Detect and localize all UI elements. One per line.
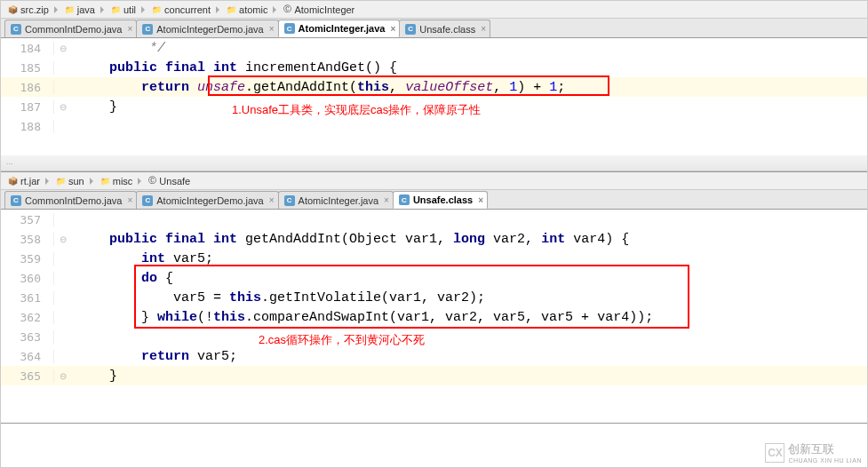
fold-handle[interactable]: ⊖ — [54, 44, 72, 53]
chevron-right-icon — [90, 178, 93, 185]
code-line[interactable]: 361 var5 = this.getIntVolatile(var1, var… — [1, 288, 867, 307]
java-file-icon: C — [142, 195, 153, 206]
close-icon[interactable]: × — [478, 195, 483, 205]
close-icon[interactable]: × — [269, 24, 275, 34]
java-file-icon: C — [284, 23, 295, 34]
watermark: CX 创新互联 CHUANG XIN HU LIAN — [765, 441, 862, 464]
code-line[interactable]: 357 — [1, 210, 867, 229]
breadcrumb-bottom: 📦rt.jar 📁sun 📁misc ⒸUnsafe — [1, 172, 867, 190]
tab-atomicintegerdemo[interactable]: CAtomicIntegerDemo.java× — [136, 191, 278, 209]
code-line[interactable]: 359 int var5; — [1, 249, 867, 268]
close-icon[interactable]: × — [269, 195, 275, 205]
class-file-icon: C — [405, 24, 416, 35]
code-line[interactable]: 188 — [1, 116, 867, 136]
java-file-icon: C — [284, 195, 295, 206]
folder-icon: 📁 — [100, 177, 110, 186]
bc-item[interactable]: ⒸUnsafe — [145, 173, 195, 189]
bc-item[interactable]: 📁sun — [52, 173, 90, 189]
line-number: 186 — [1, 81, 54, 94]
chevron-right-icon — [273, 6, 276, 13]
bc-item[interactable]: ⒸAtomicInteger — [280, 2, 360, 18]
chevron-right-icon — [100, 6, 104, 13]
chevron-right-icon — [141, 6, 145, 13]
code: return unsafe.getAndAddInt(this, valueOf… — [72, 80, 867, 95]
class-icon: Ⓒ — [148, 175, 156, 186]
bc-item[interactable]: 📁misc — [97, 173, 139, 189]
toolbar-stub: ··· — [1, 155, 867, 171]
bc-item[interactable]: 📁concurrent — [148, 2, 216, 18]
bottom-pane: 📦rt.jar 📁sun 📁misc ⒸUnsafe CCommonIntDem… — [1, 172, 867, 424]
code-line[interactable]: 185 public final int incrementAndGet() { — [1, 58, 867, 77]
tab-atomicinteger[interactable]: CAtomicInteger.java× — [278, 20, 401, 37]
code-line[interactable]: 184 ⊖ */ — [1, 38, 867, 58]
line-number: 357 — [1, 213, 54, 226]
archive-icon: 📦 — [8, 177, 18, 186]
bc-item[interactable]: 📁java — [61, 2, 100, 18]
line-number: 185 — [1, 61, 54, 75]
code-line[interactable]: 363 — [1, 327, 867, 346]
watermark-logo: CX — [765, 443, 784, 463]
close-icon[interactable]: × — [127, 24, 132, 34]
tab-unsafe[interactable]: CUnsafe.class× — [393, 191, 488, 209]
line-number: 363 — [1, 330, 54, 344]
code-line[interactable]: 360 do { — [1, 268, 867, 288]
code: public final int getAndAddInt(Object var… — [72, 232, 867, 247]
annotation-text: 2.cas循环操作，不到黄河心不死 — [259, 332, 425, 348]
line-number: 364 — [1, 350, 54, 363]
bc-item[interactable]: 📁atomic — [223, 2, 273, 18]
code-line[interactable]: 364 return var5; — [1, 346, 867, 366]
code: return var5; — [72, 349, 867, 364]
line-number: 360 — [1, 272, 54, 285]
bc-item[interactable]: 📦src.zip — [4, 2, 54, 18]
breadcrumb-top: 📦src.zip 📁java 📁util 📁concurrent 📁atomic… — [1, 1, 867, 19]
editor-top[interactable]: 184 ⊖ */ 185 public final int incrementA… — [1, 38, 867, 155]
line-number: 365 — [1, 369, 54, 383]
code-line[interactable]: 358⊖ public final int getAndAddInt(Objec… — [1, 229, 867, 249]
chevron-right-icon — [54, 6, 58, 13]
line-number: 187 — [1, 100, 54, 114]
code-line[interactable]: 365⊖ } — [1, 366, 867, 385]
code-line[interactable]: 186 return unsafe.getAndAddInt(this, val… — [1, 77, 867, 97]
code: int var5; — [72, 251, 867, 266]
fold-handle[interactable]: ⊖ — [54, 102, 72, 112]
folder-icon: 📁 — [56, 177, 66, 186]
watermark-line2: CHUANG XIN HU LIAN — [788, 457, 862, 464]
close-icon[interactable]: × — [127, 195, 132, 205]
folder-icon: 📁 — [227, 5, 236, 14]
close-icon[interactable]: × — [390, 24, 395, 34]
tab-commonintdemo[interactable]: CCommonIntDemo.java× — [4, 191, 137, 209]
folder-icon: 📁 — [111, 5, 121, 14]
close-icon[interactable]: × — [384, 195, 389, 205]
tab-commonintdemo[interactable]: CCommonIntDemo.java× — [4, 20, 137, 37]
code: */ — [72, 41, 867, 56]
close-icon[interactable]: × — [481, 24, 486, 34]
bc-item[interactable]: 📦rt.jar — [4, 173, 45, 189]
folder-icon: 📁 — [152, 5, 162, 14]
java-file-icon: C — [11, 195, 21, 206]
editor-bottom[interactable]: 357 358⊖ public final int getAndAddInt(O… — [1, 210, 867, 423]
tab-atomicinteger[interactable]: CAtomicInteger.java× — [278, 191, 394, 209]
code: } while(!this.compareAndSwapInt(var1, va… — [72, 310, 867, 325]
fold-handle[interactable]: ⊖ — [54, 371, 72, 381]
chevron-right-icon — [138, 178, 141, 185]
fold-handle[interactable]: ⊖ — [54, 234, 72, 244]
tab-row-top: CCommonIntDemo.java× CAtomicIntegerDemo.… — [1, 19, 867, 38]
java-file-icon: C — [11, 24, 21, 35]
java-file-icon: C — [142, 24, 153, 35]
tab-row-bottom: CCommonIntDemo.java× CAtomicIntegerDemo.… — [1, 190, 867, 210]
annotation-text: 1.Unsafe工具类，实现底层cas操作，保障原子性 — [232, 102, 481, 118]
tab-atomicintegerdemo[interactable]: CAtomicIntegerDemo.java× — [136, 20, 278, 37]
bc-item[interactable]: 📁util — [108, 2, 141, 18]
tab-unsafe[interactable]: CUnsafe.class× — [399, 20, 490, 37]
line-number: 361 — [1, 291, 54, 305]
line-number: 358 — [1, 233, 54, 246]
archive-icon: 📦 — [8, 5, 18, 14]
chevron-right-icon — [216, 6, 219, 13]
code-line[interactable]: 362 } while(!this.compareAndSwapInt(var1… — [1, 307, 867, 327]
code: var5 = this.getIntVolatile(var1, var2); — [72, 290, 867, 305]
code: public final int incrementAndGet() { — [72, 60, 867, 75]
code: do { — [72, 271, 867, 286]
line-number: 188 — [1, 120, 54, 133]
watermark-line1: 创新互联 — [788, 441, 862, 457]
line-number: 362 — [1, 311, 54, 324]
